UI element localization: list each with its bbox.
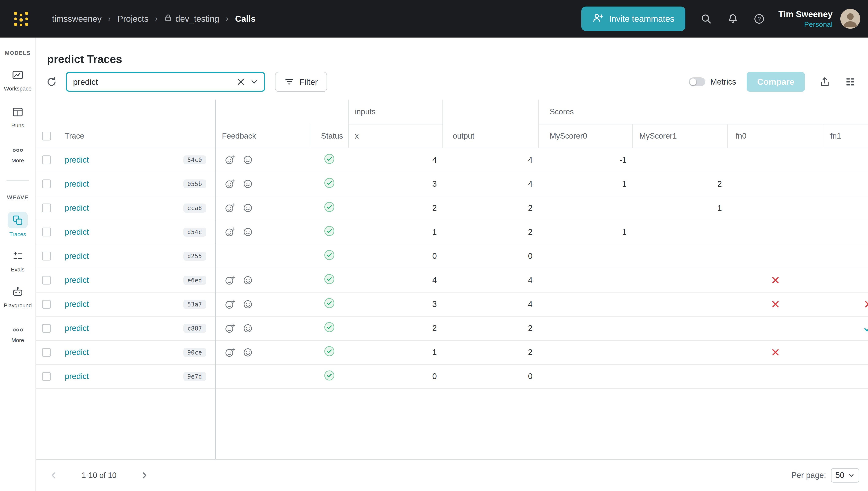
- emoji-reaction-icon[interactable]: [243, 179, 253, 189]
- sidebar-item-playground[interactable]: Playground: [4, 286, 32, 309]
- breadcrumb-page[interactable]: Calls: [235, 14, 255, 24]
- table-row[interactable]: predict c887: [36, 317, 868, 341]
- invite-teammates-button[interactable]: Invite teammates: [581, 6, 685, 31]
- breadcrumb-entity[interactable]: timssweeney: [52, 14, 102, 24]
- table-row[interactable]: predict eca8: [36, 196, 868, 220]
- cell-output: 2: [443, 196, 539, 220]
- add-reaction-icon[interactable]: [225, 347, 235, 358]
- sidebar-item-evals[interactable]: Evals: [11, 251, 25, 273]
- prev-page-button[interactable]: [47, 469, 60, 482]
- status-success-icon: [324, 226, 335, 238]
- help-icon[interactable]: ?: [753, 13, 765, 25]
- column-header-output[interactable]: output: [443, 124, 539, 148]
- sidebar-item-traces[interactable]: Traces: [8, 212, 28, 238]
- column-header-trace[interactable]: Trace: [60, 124, 215, 148]
- row-checkbox[interactable]: [42, 300, 51, 309]
- trace-link[interactable]: predict: [65, 276, 89, 285]
- add-reaction-icon[interactable]: [225, 227, 235, 237]
- emoji-reaction-icon[interactable]: [243, 323, 253, 334]
- feedback-cell: [215, 172, 310, 196]
- row-checkbox[interactable]: [42, 348, 51, 357]
- trace-link[interactable]: predict: [65, 252, 89, 261]
- sidebar-item-runs[interactable]: Runs: [11, 107, 24, 129]
- trace-link[interactable]: predict: [65, 372, 89, 381]
- column-header-feedback[interactable]: Feedback: [215, 124, 310, 148]
- trace-link[interactable]: predict: [65, 324, 89, 333]
- trace-link[interactable]: predict: [65, 179, 89, 189]
- row-checkbox[interactable]: [42, 204, 51, 212]
- table-row[interactable]: predict 53a7: [36, 292, 868, 317]
- trace-link[interactable]: predict: [65, 228, 89, 237]
- trace-link[interactable]: predict: [65, 348, 89, 357]
- search-icon[interactable]: [700, 13, 712, 25]
- feedback-cell: [215, 268, 310, 292]
- sidebar-item-label: Workspace: [4, 85, 32, 92]
- breadcrumb-project[interactable]: dev_testing: [164, 13, 219, 24]
- table-row[interactable]: predict 055b: [36, 172, 868, 196]
- emoji-reaction-icon[interactable]: [243, 347, 253, 358]
- trace-link[interactable]: predict: [65, 155, 89, 165]
- cell-x: 2: [349, 317, 443, 340]
- clear-search-button[interactable]: [235, 76, 246, 87]
- row-checkbox[interactable]: [42, 252, 51, 260]
- wandb-logo[interactable]: [12, 10, 30, 27]
- trace-id-badge: d255: [184, 252, 206, 260]
- metrics-toggle[interactable]: [689, 78, 705, 86]
- add-reaction-icon[interactable]: [225, 154, 235, 165]
- avatar[interactable]: [840, 9, 860, 29]
- breadcrumb-projects[interactable]: Projects: [117, 14, 148, 24]
- select-all-checkbox[interactable]: [42, 132, 51, 141]
- next-page-button[interactable]: [138, 469, 151, 482]
- per-page-select[interactable]: 50: [831, 468, 859, 483]
- score-pass-icon: [864, 324, 868, 333]
- trace-link[interactable]: predict: [65, 204, 89, 212]
- export-button[interactable]: [819, 76, 830, 87]
- manage-columns-button[interactable]: [845, 76, 856, 87]
- user-menu[interactable]: Tim Sweeney Personal: [778, 9, 833, 29]
- row-checkbox[interactable]: [42, 276, 51, 285]
- add-reaction-icon[interactable]: [225, 323, 235, 334]
- table-row[interactable]: predict 90ce: [36, 341, 868, 365]
- cell-fn1: [823, 341, 868, 364]
- row-checkbox[interactable]: [42, 155, 51, 164]
- cell-myscorer0: [539, 292, 633, 316]
- add-reaction-icon[interactable]: [225, 299, 235, 310]
- notifications-bell-icon[interactable]: [727, 13, 739, 25]
- sidebar-item-more-weave[interactable]: More: [11, 324, 24, 344]
- add-reaction-icon[interactable]: [225, 179, 235, 189]
- cell-output: 2: [443, 220, 539, 244]
- score-fail-icon: [771, 300, 780, 308]
- table-row[interactable]: predict 9e7d 0 0: [36, 365, 868, 389]
- column-header-myscorer0[interactable]: MyScorer0: [539, 124, 633, 148]
- row-checkbox[interactable]: [42, 372, 51, 381]
- row-checkbox[interactable]: [42, 324, 51, 333]
- emoji-reaction-icon[interactable]: [243, 299, 253, 310]
- table-row[interactable]: predict e6ed: [36, 268, 868, 292]
- metrics-label: Metrics: [710, 78, 736, 86]
- column-header-status[interactable]: Status: [310, 124, 349, 148]
- emoji-reaction-icon[interactable]: [243, 154, 253, 165]
- add-reaction-icon[interactable]: [225, 203, 235, 213]
- user-add-icon: [592, 12, 603, 25]
- column-header-myscorer1[interactable]: MyScorer1: [633, 124, 728, 148]
- filter-button[interactable]: Filter: [275, 72, 327, 92]
- add-reaction-icon[interactable]: [225, 275, 235, 286]
- sidebar-item-more-models[interactable]: More: [11, 144, 24, 164]
- table-row[interactable]: predict d54c: [36, 220, 868, 244]
- emoji-reaction-icon[interactable]: [243, 275, 253, 286]
- emoji-reaction-icon[interactable]: [243, 227, 253, 237]
- row-checkbox[interactable]: [42, 179, 51, 189]
- compare-button[interactable]: Compare: [747, 72, 805, 92]
- refresh-button[interactable]: [44, 75, 59, 89]
- column-header-fn0[interactable]: fn0: [728, 124, 823, 148]
- row-checkbox[interactable]: [42, 228, 51, 236]
- emoji-reaction-icon[interactable]: [243, 203, 253, 213]
- search-options-button[interactable]: [249, 76, 260, 87]
- search-input[interactable]: [67, 77, 235, 87]
- column-header-x[interactable]: x: [349, 124, 443, 148]
- sidebar-item-workspace[interactable]: Workspace: [4, 69, 32, 92]
- table-row[interactable]: predict 54c0: [36, 148, 868, 172]
- trace-link[interactable]: predict: [65, 300, 89, 309]
- column-header-fn1[interactable]: fn1: [823, 124, 868, 148]
- table-row[interactable]: predict d255 0 0: [36, 244, 868, 268]
